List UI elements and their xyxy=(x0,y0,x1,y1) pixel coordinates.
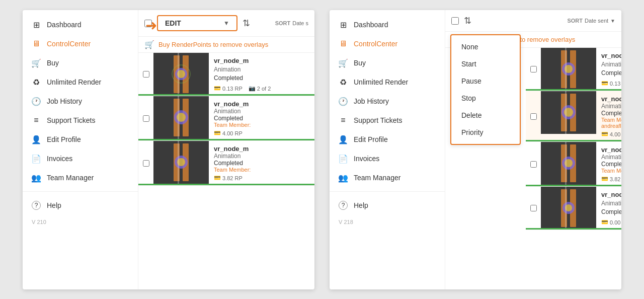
job-rp: 💳 3.82 RP xyxy=(601,176,621,182)
buy-banner[interactable]: 🛒 Buy RenderPoints to remove overlays xyxy=(138,37,314,53)
table-row[interactable]: vr_node_m Animation Completed Team Membe… xyxy=(138,141,314,186)
sidebar-item-help[interactable]: ? Help xyxy=(330,196,445,215)
rp-icon: 💳 xyxy=(214,130,221,136)
job-progress-bar xyxy=(138,94,314,96)
job-info: vr_node_mat_test.c4d Animation Completed… xyxy=(596,48,621,91)
job-thumbnail xyxy=(541,187,596,230)
table-row[interactable]: vr_node_m Animation Completed 💳 0.13 RP … xyxy=(138,53,314,96)
dropdown-item-delete[interactable]: Delete xyxy=(451,107,520,124)
svg-rect-12 xyxy=(178,96,179,139)
job-info: vr_node_mat_test_1.c4 Animation Complete… xyxy=(596,142,621,186)
sidebar-item-support-tickets[interactable]: ≡ Support Tickets xyxy=(330,111,445,130)
table-row[interactable]: vr_node_mat_test.c4d Animation Completed… xyxy=(526,48,621,91)
right-job-list: vr_node_mat_test.c4d Animation Completed… xyxy=(526,48,621,289)
select-all-checkbox[interactable] xyxy=(451,17,459,25)
job-name: vr_node_mat_test.c4d xyxy=(601,52,621,59)
job-thumbnail xyxy=(541,142,596,185)
svg-rect-36 xyxy=(565,142,567,185)
job-progress-bar xyxy=(138,184,314,185)
control-center-icon: 🖥 xyxy=(32,39,41,48)
dashboard-icon: ⊞ xyxy=(339,20,348,29)
right-sidebar: ⊞ Dashboard 🖥 ControlCenter 🛒 Buy ♻ Unli… xyxy=(330,10,445,289)
version-label: V 210 xyxy=(23,215,138,229)
sidebar-item-control-center[interactable]: 🖥 ControlCenter xyxy=(23,34,138,53)
buy-icon: 🛒 xyxy=(32,58,41,67)
job-status: Completed xyxy=(214,115,309,122)
sidebar-item-unlimited-render[interactable]: ♻ Unlimited Render xyxy=(330,72,445,92)
sidebar-item-buy[interactable]: 🛒 Buy xyxy=(330,53,445,72)
sidebar-item-invoices[interactable]: 📄 Invoices xyxy=(23,149,138,168)
unlimited-render-icon: ♻ xyxy=(32,78,41,87)
sidebar-item-job-history[interactable]: 🕐 Job History xyxy=(23,92,138,111)
sidebar-item-control-center[interactable]: 🖥 ControlCenter xyxy=(330,34,445,53)
job-checkbox[interactable] xyxy=(526,48,541,91)
dropdown-item-start[interactable]: Start xyxy=(451,55,520,72)
support-tickets-icon: ≡ xyxy=(339,116,348,125)
sidebar-item-invoices[interactable]: 📄 Invoices xyxy=(330,149,445,168)
job-checkbox[interactable] xyxy=(526,142,541,186)
left-panel: ➜ ⊞ Dashboard 🖥 ControlCenter 🛒 Buy ♻ Un… xyxy=(23,10,314,289)
job-checkbox[interactable] xyxy=(526,91,541,141)
sidebar-item-dashboard[interactable]: ⊞ Dashboard xyxy=(23,15,138,34)
dropdown-menu: None Start Pause Stop Delete Priority xyxy=(450,34,521,145)
invoices-icon: 📄 xyxy=(339,154,348,163)
left-sidebar: ⊞ Dashboard 🖥 ControlCenter 🛒 Buy ♻ Unli… xyxy=(23,10,138,289)
rp-icon: 💳 xyxy=(214,85,221,92)
job-thumbnail xyxy=(153,141,209,184)
sort-area: SORT Date sent ▼ xyxy=(567,18,615,24)
rp-icon: 💳 xyxy=(601,176,608,182)
sidebar-item-buy[interactable]: 🛒 Buy xyxy=(23,53,138,72)
sidebar-item-dashboard[interactable]: ⊞ Dashboard xyxy=(330,15,445,34)
table-row[interactable]: vr_node_mat_test.c4d Animation Completed… xyxy=(526,187,621,230)
sidebar-item-help[interactable]: ? Help xyxy=(23,196,138,215)
job-progress-bar xyxy=(526,140,621,141)
sidebar-item-support-tickets[interactable]: ≡ Support Tickets xyxy=(23,111,138,130)
left-toolbar: EDIT ▼ ⇅ SORT Date s xyxy=(138,10,314,37)
sidebar-item-unlimited-render[interactable]: ♻ Unlimited Render xyxy=(23,72,138,92)
table-row[interactable]: vr_node_mat_test_1.c4 Animation Complete… xyxy=(526,142,621,187)
right-main-content: ⇅ SORT Date sent ▼ 🛒 Buy RenderPoints to… xyxy=(445,10,621,289)
job-team-member: Team Member: andreaflorezs xyxy=(601,117,621,129)
sidebar-item-team-manager[interactable]: 👥 Team Manager xyxy=(330,168,445,187)
job-checkbox[interactable] xyxy=(138,141,153,185)
job-type: Animation xyxy=(601,200,621,207)
left-job-list: vr_node_m Animation Completed 💳 0.13 RP … xyxy=(138,53,314,289)
job-name: vr_node_mat_test_2.c xyxy=(601,95,621,103)
team-manager-icon: 👥 xyxy=(339,173,348,182)
left-main-content: EDIT ▼ ⇅ SORT Date s 🛒 Buy RenderPoints … xyxy=(138,10,314,289)
help-icon: ? xyxy=(32,201,41,210)
dropdown-item-pause[interactable]: Pause xyxy=(451,72,520,90)
dropdown-item-none[interactable]: None xyxy=(451,38,520,55)
sidebar-item-edit-profile[interactable]: 👤 Edit Profile xyxy=(330,130,445,149)
edit-label: EDIT xyxy=(165,19,181,27)
job-progress-bar xyxy=(526,89,621,91)
help-icon: ? xyxy=(339,201,348,210)
job-info: vr_node_mat_test.c4d Animation Completed… xyxy=(596,187,621,230)
job-team-member: Team Member: andreaflorezs xyxy=(601,168,621,174)
sidebar-item-edit-profile[interactable]: 👤 Edit Profile xyxy=(23,130,138,149)
table-row[interactable]: vr_node_m Animation Completed Team Membe… xyxy=(138,96,314,141)
job-checkbox[interactable] xyxy=(138,53,153,96)
buy-icon: 🛒 xyxy=(339,58,348,67)
right-toolbar: ⇅ SORT Date sent ▼ xyxy=(445,10,621,32)
svg-rect-42 xyxy=(565,187,567,230)
job-checkbox[interactable] xyxy=(138,96,153,140)
table-row[interactable]: vr_node_mat_test_2.c Animation Completed… xyxy=(526,91,621,142)
edit-profile-icon: 👤 xyxy=(339,135,348,144)
job-info: vr_node_m Animation Completed Team Membe… xyxy=(209,141,314,185)
sidebar-item-team-manager[interactable]: 👥 Team Manager xyxy=(23,168,138,187)
job-info: vr_node_m Animation Completed Team Membe… xyxy=(209,96,314,140)
job-meta: 💳 4.00 RP xyxy=(214,130,309,136)
sort-icon: ⇅ xyxy=(243,18,250,29)
job-team-member: Team Member: xyxy=(214,122,309,128)
job-checkbox[interactable] xyxy=(526,187,541,230)
job-meta: 💳 3.82 RP xyxy=(214,175,309,181)
dropdown-item-priority[interactable]: Priority xyxy=(451,124,520,141)
dropdown-item-stop[interactable]: Stop xyxy=(451,90,520,107)
rp-icon: 💳 xyxy=(601,219,608,226)
sort-area: SORT Date s xyxy=(275,20,308,26)
dropdown-arrow-icon: ▼ xyxy=(223,20,229,27)
sidebar-item-job-history[interactable]: 🕐 Job History xyxy=(330,92,445,111)
edit-dropdown[interactable]: EDIT ▼ xyxy=(157,15,237,31)
control-center-icon: 🖥 xyxy=(339,39,348,48)
